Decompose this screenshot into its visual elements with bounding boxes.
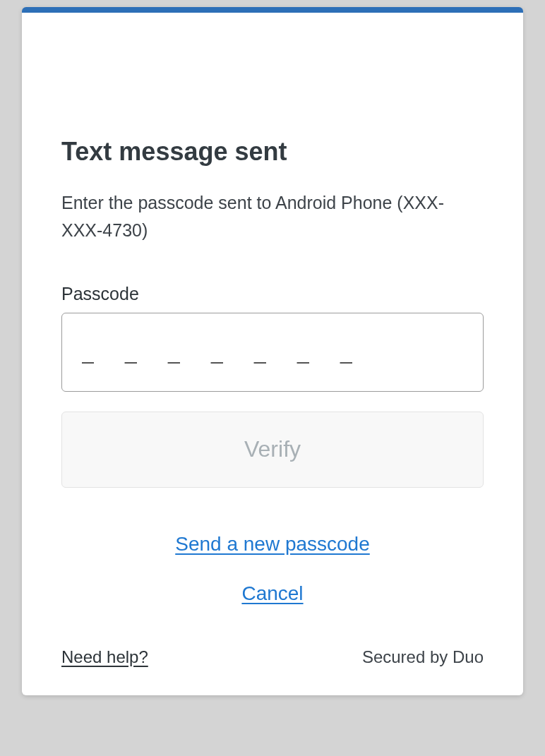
auth-card: Text message sent Enter the passcode sen… [22,7,523,695]
footer: Need help? Secured by Duo [61,647,484,667]
cancel-link[interactable]: Cancel [241,582,303,605]
passcode-input[interactable] [61,313,484,392]
instruction-text: Enter the passcode sent to Android Phone… [61,189,484,244]
secured-by-label: Secured by Duo [362,647,484,667]
action-links: Send a new passcode Cancel [61,533,484,605]
passcode-label: Passcode [61,284,484,304]
verify-button[interactable]: Verify [61,412,484,488]
page-title: Text message sent [61,137,484,167]
need-help-link[interactable]: Need help? [61,647,148,667]
logo-spacer [61,52,484,137]
send-new-passcode-link[interactable]: Send a new passcode [175,533,370,556]
